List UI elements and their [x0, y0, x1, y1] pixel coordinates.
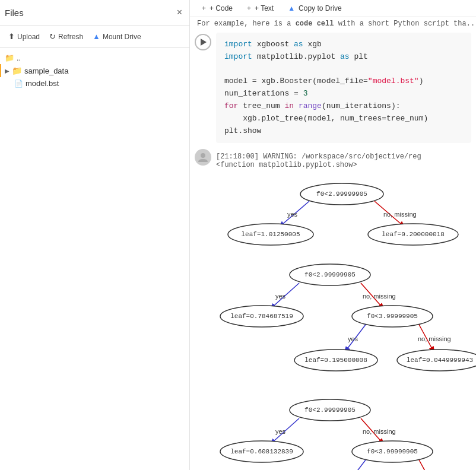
sidebar-title: Files: [5, 8, 172, 18]
svg-text:yes: yes: [275, 293, 286, 300]
mount-drive-button[interactable]: ▲ Mount Drive: [89, 30, 145, 43]
code-line-1: import xgboost as xgb: [224, 39, 463, 51]
svg-point-0: [201, 153, 205, 158]
upload-icon: ⬆: [8, 32, 15, 41]
output-text: [21:18:00] WARNING: /workspace/src/objec…: [216, 149, 421, 169]
code-line-7: plt.show: [224, 125, 463, 138]
tree-item-sample-data[interactable]: ▶ 📁 sample_data: [0, 64, 189, 77]
copy-to-drive-button[interactable]: ▲ Copy to Drive: [283, 2, 347, 14]
svg-text:leaf=1.01250005: leaf=1.01250005: [241, 231, 300, 238]
partial-text: For example, here is a code cell with a …: [190, 17, 476, 30]
svg-text:yes: yes: [348, 335, 358, 342]
refresh-icon: ↻: [49, 32, 56, 41]
svg-text:yes: yes: [275, 428, 286, 435]
code-cell: import xgboost as xgb import matplotlib.…: [190, 30, 476, 145]
svg-text:no, missing: no, missing: [383, 211, 417, 218]
add-text-icon: +: [247, 4, 251, 12]
svg-text:f0<3.99999905: f0<3.99999905: [367, 313, 418, 320]
code-block: import xgboost as xgb import matplotlib.…: [216, 33, 471, 143]
drive-copy-icon: ▲: [288, 4, 295, 12]
tree-diagram-2: f0<2.99999905 yes no, missing leaf=0.784…: [211, 258, 476, 389]
top-bar: + + Code + + Text ▲ Copy to Drive: [190, 0, 476, 17]
svg-line-41: [419, 460, 434, 470]
content-area[interactable]: For example, here is a code cell with a …: [190, 17, 476, 470]
code-line-3: model = xgb.Booster(model_file="model.bs…: [224, 75, 463, 88]
close-button[interactable]: ×: [174, 6, 185, 19]
svg-text:leaf=0.195000008: leaf=0.195000008: [304, 357, 367, 364]
svg-text:no, missing: no, missing: [418, 335, 451, 342]
add-text-button[interactable]: + + Text: [242, 2, 278, 14]
folder-icon: 📁: [12, 66, 22, 75]
code-line-blank: [224, 63, 463, 76]
tree-diagram-3: f0<2.99999905 yes no, missing leaf=0.608…: [211, 393, 476, 470]
add-code-button[interactable]: + + Code: [197, 2, 237, 14]
svg-text:no, missing: no, missing: [363, 293, 396, 300]
run-icon: [201, 39, 207, 46]
chevron-right-icon: ▶: [5, 68, 9, 74]
code-line-5: for tree_num in range(num_iterations):: [224, 100, 463, 113]
drive-icon: ▲: [93, 32, 100, 41]
tree-item-parent[interactable]: 📁 ..: [0, 52, 189, 64]
svg-text:leaf=0.608132839: leaf=0.608132839: [230, 448, 293, 455]
sidebar: Files × ⬆ Upload ↻ Refresh ▲ Mount Drive…: [0, 0, 190, 470]
run-button[interactable]: [195, 34, 211, 50]
sidebar-header: Files ×: [0, 0, 189, 26]
svg-text:f0<3.99999905: f0<3.99999905: [367, 448, 418, 455]
output-cell: [21:18:00] WARNING: /workspace/src/objec…: [190, 147, 476, 172]
svg-text:leaf=0.0449999943: leaf=0.0449999943: [407, 357, 473, 364]
svg-text:yes: yes: [287, 211, 298, 218]
tree-item-model-bst[interactable]: 📄 model.bst: [0, 77, 189, 90]
add-code-icon: +: [202, 4, 206, 12]
sidebar-toolbar: ⬆ Upload ↻ Refresh ▲ Mount Drive: [0, 26, 189, 48]
code-line-6: xgb.plot_tree(model, num_trees=tree_num): [224, 113, 463, 125]
code-line-4: num_iterations = 3: [224, 88, 463, 100]
svg-text:f0<2.99999905: f0<2.99999905: [316, 190, 367, 198]
upload-button[interactable]: ⬆ Upload: [5, 30, 43, 43]
main-content: + + Code + + Text ▲ Copy to Drive For ex…: [190, 0, 476, 470]
folder-up-icon: 📁: [5, 53, 14, 62]
tree-svg-1: f0<2.99999905 yes no, missing leaf=1.012…: [211, 176, 472, 253]
svg-text:leaf=0.200000018: leaf=0.200000018: [382, 231, 445, 238]
file-tree: 📁 .. ▶ 📁 sample_data 📄 model.bst: [0, 48, 189, 470]
user-avatar: [195, 149, 211, 166]
svg-text:f0<2.99999905: f0<2.99999905: [304, 407, 356, 414]
svg-text:no, missing: no, missing: [363, 428, 396, 435]
file-icon: 📄: [14, 80, 23, 88]
svg-text:leaf=0.784687519: leaf=0.784687519: [230, 313, 293, 320]
refresh-button[interactable]: ↻ Refresh: [46, 30, 87, 43]
tree-svg-2: f0<2.99999905 yes no, missing leaf=0.784…: [211, 258, 472, 389]
svg-text:f0<2.99999905: f0<2.99999905: [304, 271, 356, 278]
svg-line-39: [345, 460, 366, 470]
tree-diagram-1: f0<2.99999905 yes no, missing leaf=1.012…: [211, 176, 476, 253]
tree-svg-3: f0<2.99999905 yes no, missing leaf=0.608…: [211, 393, 472, 470]
code-line-2: import matplotlib.pyplot as plt: [224, 51, 463, 63]
